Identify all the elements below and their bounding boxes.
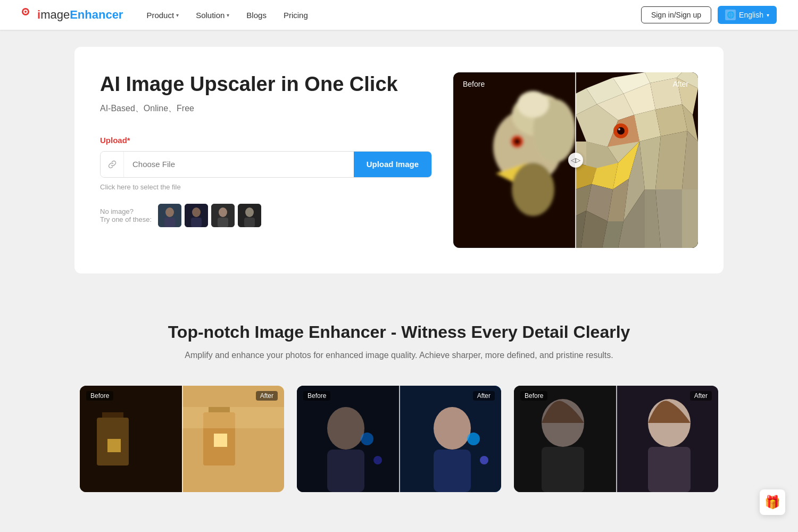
svg-rect-62: [80, 386, 182, 492]
nav-right: Sign in/Sign up 🌐 English ▾: [641, 6, 777, 24]
logo-mage: mage: [40, 8, 70, 22]
globe-icon: 🌐: [725, 10, 736, 20]
hero-card: AI Image Upscaler in One Click AI-Based、…: [74, 47, 724, 273]
eagle-before-panel: [453, 72, 576, 248]
card1-before-label: Before: [86, 391, 113, 401]
svg-point-7: [192, 207, 201, 217]
gift-button[interactable]: 🎁: [760, 489, 785, 513]
eagle-after-panel: [576, 72, 698, 248]
required-star: *: [127, 136, 130, 145]
link-icon: [101, 152, 124, 177]
comparison-handle[interactable]: ◁▷: [568, 153, 583, 168]
hero-subtitle: AI-Based、Online、Free: [100, 103, 432, 114]
svg-point-74: [361, 433, 373, 445]
bottom-card-3: Before After: [514, 386, 718, 492]
logo-enhancer: Enhancer: [70, 8, 123, 22]
svg-rect-78: [434, 450, 471, 492]
svg-rect-83: [542, 447, 584, 492]
eagle-before-svg: [453, 72, 576, 248]
card3-divider: [616, 386, 617, 492]
svg-point-79: [467, 433, 480, 445]
svg-rect-73: [327, 450, 364, 492]
svg-rect-69: [214, 434, 227, 447]
sample-thumb-3[interactable]: [211, 204, 235, 227]
sample-thumb-1[interactable]: [158, 204, 181, 227]
card3-after-label: After: [690, 391, 712, 401]
sample-thumbnails: [158, 204, 261, 227]
svg-marker-61: [682, 189, 698, 248]
nav-pricing-label: Pricing: [284, 11, 308, 20]
svg-rect-14: [244, 218, 255, 227]
svg-point-72: [327, 407, 364, 450]
after-label: After: [672, 80, 688, 88]
svg-rect-11: [218, 218, 228, 227]
bottom-section: Top-notch Image Enhancer - Witness Every…: [0, 290, 798, 513]
svg-point-2: [24, 11, 27, 13]
bottom-card-2: Before After: [297, 386, 501, 492]
svg-rect-8: [191, 218, 202, 227]
svg-point-77: [434, 407, 471, 450]
svg-point-22: [517, 91, 549, 118]
svg-point-4: [165, 207, 174, 217]
svg-point-19: [514, 138, 520, 145]
card2-before-label: Before: [303, 391, 330, 401]
upload-hint: Click here to select the file: [100, 183, 432, 191]
bottom-cards: Before After Before After: [80, 386, 718, 492]
sample-thumb-4[interactable]: [238, 204, 261, 227]
svg-point-80: [480, 456, 488, 464]
svg-point-23: [512, 163, 554, 216]
bottom-title: Top-notch Image Enhancer - Witness Every…: [21, 322, 777, 342]
eagle-after-svg: [576, 72, 698, 248]
language-button[interactable]: 🌐 English ▾: [718, 6, 777, 24]
svg-point-10: [219, 207, 227, 217]
nav-pricing[interactable]: Pricing: [277, 7, 314, 23]
card1-divider: [182, 386, 183, 492]
svg-rect-64: [102, 412, 123, 418]
comparison-container: Before After: [453, 72, 698, 248]
card1-after-label: After: [256, 391, 278, 401]
main-container: AI Image Upscaler in One Click AI-Based、…: [53, 47, 745, 273]
card2-divider: [399, 386, 400, 492]
choose-file-input[interactable]: [124, 152, 354, 177]
bottom-subtitle: Amplify and enhance your photos for enha…: [21, 351, 777, 360]
logo[interactable]: image Enhancer: [21, 7, 123, 22]
card2-after-label: After: [473, 391, 495, 401]
nav-blogs[interactable]: Blogs: [240, 7, 273, 23]
svg-point-13: [245, 207, 254, 217]
svg-rect-70: [182, 407, 284, 428]
svg-point-75: [373, 456, 382, 464]
chevron-down-icon: ▾: [767, 12, 769, 18]
nav-links: Product ▾ Solution ▾ Blogs Pricing: [140, 7, 641, 23]
bottom-card-1: Before After: [80, 386, 284, 492]
card3-before-label: Before: [520, 391, 547, 401]
svg-marker-34: [655, 104, 687, 136]
chevron-down-icon: ▾: [176, 12, 179, 18]
nav-solution[interactable]: Solution ▾: [189, 7, 236, 23]
sample-thumb-2[interactable]: [185, 204, 208, 227]
hero-title: AI Image Upscaler in One Click: [100, 72, 432, 97]
svg-rect-5: [164, 218, 175, 227]
svg-rect-86: [648, 447, 691, 492]
navbar: image Enhancer Product ▾ Solution ▾ Blog…: [0, 0, 798, 30]
upload-row: Upload Image: [100, 151, 432, 178]
sample-label: No image? Try one of these:: [100, 207, 152, 223]
hero-left: AI Image Upscaler in One Click AI-Based、…: [100, 72, 432, 227]
nav-solution-label: Solution: [196, 11, 225, 20]
hero-right: Before After: [453, 72, 698, 248]
svg-rect-65: [107, 439, 121, 452]
logo-icon: [21, 7, 36, 22]
sample-row: No image? Try one of these:: [100, 204, 432, 227]
nav-product-label: Product: [146, 11, 174, 20]
upload-image-button[interactable]: Upload Image: [354, 152, 431, 177]
before-label: Before: [463, 80, 485, 88]
nav-product[interactable]: Product ▾: [140, 7, 185, 23]
chevron-down-icon: ▾: [227, 12, 229, 18]
signin-button[interactable]: Sign in/Sign up: [641, 6, 711, 23]
nav-blogs-label: Blogs: [246, 11, 267, 20]
svg-point-41: [617, 127, 625, 135]
lang-label: English: [739, 11, 763, 19]
upload-label: Upload*: [100, 136, 432, 145]
svg-point-42: [618, 128, 620, 130]
